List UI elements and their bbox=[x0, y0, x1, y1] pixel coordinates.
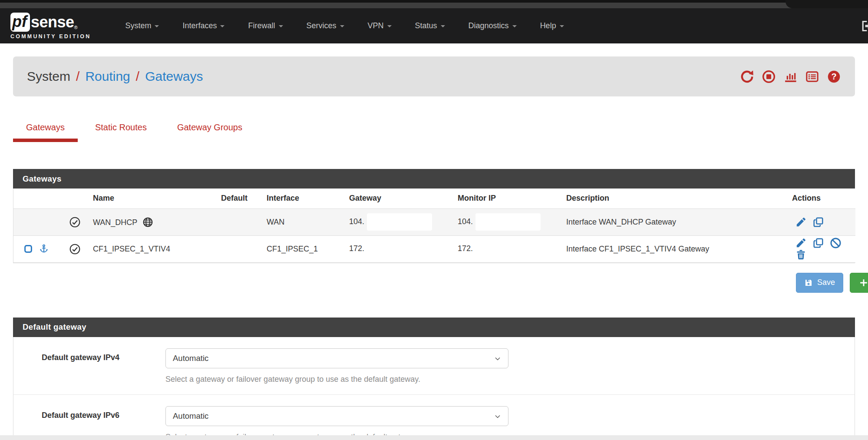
menu-label: Diagnostics bbox=[469, 21, 509, 30]
col-actions: Actions bbox=[786, 189, 855, 208]
col-row-flags bbox=[13, 189, 57, 208]
menu-label: System bbox=[125, 21, 151, 30]
breadcrumb-gateways-link[interactable]: Gateways bbox=[145, 69, 203, 84]
gateways-panel-title: Gateways bbox=[13, 169, 855, 189]
refresh-icon[interactable] bbox=[740, 69, 754, 84]
menu-item-interfaces[interactable]: Interfaces bbox=[171, 8, 236, 43]
chevron-down-icon bbox=[493, 354, 502, 363]
window-title-strip bbox=[0, 3, 868, 8]
redacted-ip bbox=[475, 240, 541, 258]
tab-gateways[interactable]: Gateways bbox=[13, 118, 78, 142]
default-gateway-panel: Default gateway Default gateway IPv4 Aut… bbox=[13, 318, 855, 440]
description-cell: Interface WAN_DHCP Gateway bbox=[561, 208, 786, 235]
gateway-online-icon bbox=[69, 216, 81, 228]
row-flags-cell bbox=[13, 235, 57, 262]
page-action-icons bbox=[740, 69, 841, 84]
gateways-table: Name Default Interface Gateway Monitor I… bbox=[13, 189, 855, 263]
log-icon[interactable] bbox=[805, 69, 819, 84]
breadcrumb-system: System bbox=[27, 69, 70, 84]
add-button[interactable]: Add bbox=[850, 273, 868, 293]
menu-item-firewall[interactable]: Firewall bbox=[236, 8, 294, 43]
copy-icon[interactable] bbox=[812, 216, 824, 228]
menu-item-system[interactable]: System bbox=[113, 8, 171, 43]
gateway-online-icon bbox=[69, 243, 81, 255]
col-name: Name bbox=[87, 189, 215, 208]
col-status bbox=[57, 189, 87, 208]
redacted-ip bbox=[367, 213, 432, 231]
selected-value: Automatic bbox=[173, 411, 208, 420]
default-gateway-ipv6-select[interactable]: Automatic bbox=[165, 406, 508, 426]
menu-label: Status bbox=[415, 21, 437, 30]
caret-down-icon bbox=[560, 25, 564, 27]
interface-cell: CF1_IPSEC_1 bbox=[261, 235, 343, 262]
breadcrumb-separator: / bbox=[136, 69, 139, 84]
stop-icon[interactable] bbox=[762, 69, 776, 84]
pfsense-logo[interactable]: pf sense ® COMMUNITY EDITION bbox=[10, 13, 91, 40]
menu-item-vpn[interactable]: VPN bbox=[356, 8, 403, 43]
logo-pf-badge: pf bbox=[10, 13, 30, 32]
edit-icon[interactable] bbox=[795, 216, 807, 228]
gateway-name-cell: CF1_IPSEC_1_VTIV4 bbox=[87, 235, 215, 262]
disable-icon[interactable] bbox=[830, 237, 842, 249]
monitor-ip-cell: 104. bbox=[452, 208, 561, 235]
table-buttons-row: Save Add bbox=[13, 273, 868, 293]
col-description: Description bbox=[561, 189, 786, 208]
logo-sense-text: sense bbox=[31, 13, 74, 31]
gateway-name-cell: WAN_DHCP bbox=[87, 208, 215, 235]
copy-icon[interactable] bbox=[812, 237, 824, 249]
monitor-ip-prefix: 104. bbox=[458, 217, 473, 226]
floppy-icon bbox=[804, 278, 813, 287]
default-gateway-ipv6-label: Default gateway IPv6 bbox=[13, 406, 165, 420]
menu-label: VPN bbox=[368, 21, 384, 30]
main-menu: System Interfaces Firewall Services VPN … bbox=[113, 8, 575, 43]
tab-gateway-groups[interactable]: Gateway Groups bbox=[164, 118, 255, 142]
status-cell bbox=[57, 235, 87, 262]
help-text: Select a gateway or failover gateway gro… bbox=[165, 375, 508, 389]
routing-tabs: Gateways Static Routes Gateway Groups bbox=[13, 118, 855, 142]
interface-cell: WAN bbox=[261, 208, 343, 235]
sign-out-icon[interactable] bbox=[860, 19, 868, 33]
menu-item-status[interactable]: Status bbox=[403, 8, 457, 43]
caret-down-icon bbox=[387, 25, 392, 27]
menu-label: Interfaces bbox=[182, 21, 217, 30]
breadcrumb: System / Routing / Gateways bbox=[13, 56, 855, 96]
gateways-panel: Gateways Name Default Interface Gateway … bbox=[13, 169, 855, 263]
caret-down-icon bbox=[279, 25, 283, 27]
row-flags-cell bbox=[13, 208, 57, 235]
menu-item-diagnostics[interactable]: Diagnostics bbox=[457, 8, 528, 43]
static-anchor-icon bbox=[39, 244, 49, 254]
gateway-ip-prefix: 104. bbox=[349, 217, 364, 226]
gateway-name: CF1_IPSEC_1_VTIV4 bbox=[93, 245, 170, 253]
col-interface: Interface bbox=[261, 189, 343, 208]
edit-icon[interactable] bbox=[795, 237, 807, 249]
actions-cell bbox=[786, 235, 855, 262]
caret-down-icon bbox=[155, 25, 159, 27]
save-button-label: Save bbox=[817, 278, 835, 287]
gateway-name: WAN_DHCP bbox=[93, 218, 137, 227]
page-bottom-strip bbox=[0, 435, 868, 440]
default-gateway-globe-icon bbox=[142, 217, 153, 228]
description-cell: Interface CF1_IPSEC_1_VTIV4 Gateway bbox=[561, 235, 786, 262]
breadcrumb-routing-link[interactable]: Routing bbox=[85, 69, 130, 84]
chevron-down-icon bbox=[493, 412, 502, 421]
default-gateway-ipv4-select[interactable]: Automatic bbox=[165, 348, 508, 368]
menu-label: Help bbox=[540, 21, 556, 30]
col-gateway: Gateway bbox=[343, 189, 452, 208]
menu-item-help[interactable]: Help bbox=[528, 8, 576, 43]
non-default-square-icon bbox=[23, 244, 33, 254]
default-gateway-panel-title: Default gateway bbox=[13, 318, 855, 337]
monitoring-chart-icon[interactable] bbox=[783, 69, 798, 84]
help-icon[interactable] bbox=[827, 69, 841, 84]
save-button[interactable]: Save bbox=[796, 273, 843, 293]
menu-label: Services bbox=[307, 21, 337, 30]
gateway-ip-prefix: 172. bbox=[349, 244, 364, 253]
caret-down-icon bbox=[340, 25, 344, 27]
redacted-ip bbox=[367, 240, 432, 258]
caret-down-icon bbox=[220, 25, 224, 27]
tab-static-routes[interactable]: Static Routes bbox=[82, 118, 160, 142]
default-cell bbox=[215, 208, 261, 235]
menu-label: Firewall bbox=[248, 21, 275, 30]
menu-item-services[interactable]: Services bbox=[295, 8, 356, 43]
delete-icon[interactable] bbox=[795, 249, 807, 261]
default-gateway-ipv4-row: Default gateway IPv4 Automatic Select a … bbox=[13, 337, 855, 395]
